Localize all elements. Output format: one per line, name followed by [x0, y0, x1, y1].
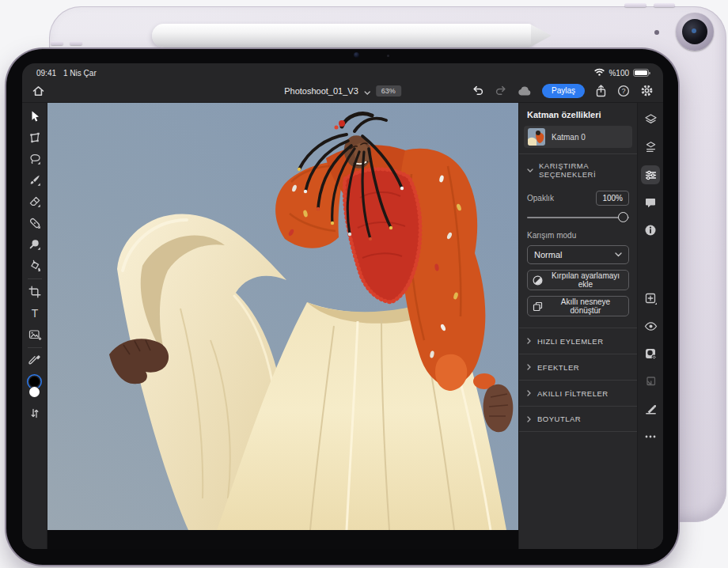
swap-colors[interactable] — [28, 406, 42, 420]
foreground-color[interactable] — [29, 377, 40, 387]
status-bar: 09:41 1 Nis Çar %100 — [22, 63, 663, 79]
layers-icon[interactable] — [641, 110, 660, 129]
visibility-icon[interactable] — [641, 316, 660, 335]
svg-text:T: T — [31, 307, 38, 320]
share-button[interactable]: Paylaş — [542, 84, 585, 98]
right-icon-strip — [637, 103, 663, 549]
marketing-scene: 09:41 1 Nis Çar %100 Photoshoot_01_V3 63… — [0, 0, 728, 568]
document-title[interactable]: Photoshoot_01_V3 — [284, 86, 358, 96]
healing-brush-tool[interactable] — [28, 216, 42, 230]
layer-name: Katman 0 — [552, 133, 586, 142]
chevron-down-icon — [615, 252, 622, 257]
blend-mode-label: Karışım modu — [527, 231, 629, 240]
export-icon[interactable] — [595, 85, 607, 97]
top-button — [624, 3, 646, 7]
eyedropper-tool[interactable] — [28, 354, 42, 368]
apple-pencil — [152, 24, 532, 47]
date: 1 Nis Çar — [63, 69, 97, 78]
section-smart-filters[interactable]: AKILLI FİLTRELER — [519, 380, 637, 406]
photo-layer — [47, 103, 518, 549]
volume-up-button — [51, 41, 63, 45]
add-clipped-adjustment-button[interactable]: Kırpılan ayarlamayı ekle — [527, 270, 629, 290]
undo-button[interactable] — [472, 85, 484, 97]
send-back-icon[interactable] — [641, 372, 660, 391]
opacity-slider[interactable] — [527, 211, 629, 224]
app-bar: Photoshoot_01_V3 63% Paylaş — [22, 79, 663, 103]
properties-icon[interactable] — [641, 165, 660, 184]
left-toolbar: T — [22, 103, 47, 549]
brush-tool[interactable] — [28, 173, 42, 187]
zoom-level-badge[interactable]: 63% — [376, 85, 401, 97]
toolbar-divider — [28, 278, 42, 279]
volume-down-button — [70, 41, 82, 45]
convert-smart-object-button[interactable]: Akıllı nesneye dönüştür — [527, 296, 629, 316]
move-tool[interactable] — [28, 109, 42, 123]
svg-text:?: ? — [621, 87, 625, 95]
blending-options-header[interactable]: KARIŞTIRMA SEÇENEKLERİ — [519, 153, 637, 186]
color-swatches — [28, 377, 42, 399]
layer-thumbnail — [528, 128, 545, 146]
place-photo-tool[interactable] — [28, 328, 42, 342]
clipping-mask-icon[interactable] — [641, 399, 660, 418]
more-options-icon[interactable] — [641, 427, 660, 446]
panel-title: Katman özellikleri — [519, 103, 637, 124]
comments-icon[interactable] — [641, 193, 660, 212]
chevron-right-icon — [527, 364, 531, 370]
canvas[interactable] — [47, 103, 518, 549]
document-title-group[interactable]: Photoshoot_01_V3 63% — [284, 84, 401, 98]
microphone-dot — [654, 30, 659, 35]
section-quick-actions[interactable]: HIZLI EYLEMLER — [519, 328, 637, 354]
workspace: T — [22, 103, 663, 549]
transform-tool[interactable] — [28, 131, 42, 145]
front-camera — [354, 52, 359, 58]
toolbar-divider — [28, 347, 42, 348]
eraser-tool[interactable] — [28, 195, 42, 209]
wifi-icon — [594, 68, 605, 78]
fill-tool[interactable] — [28, 259, 42, 273]
front-sensor — [387, 55, 389, 57]
chevron-down-icon — [527, 169, 533, 172]
lasso-tool[interactable] — [28, 152, 42, 166]
layer-stack-icon[interactable] — [641, 138, 660, 157]
section-effects[interactable]: EFEKTLER — [519, 354, 637, 380]
zoom-tool[interactable] — [28, 237, 42, 252]
redo-button[interactable] — [495, 85, 507, 97]
adjustment-icon — [533, 275, 543, 286]
opacity-value[interactable]: 100% — [596, 191, 629, 206]
smart-object-icon — [533, 301, 543, 312]
power-button — [654, 3, 675, 7]
add-layer-icon[interactable] — [641, 289, 660, 308]
info-icon[interactable] — [641, 221, 660, 240]
layer-mask-icon[interactable] — [641, 344, 660, 363]
rear-camera-lens — [676, 13, 714, 51]
clock: 09:41 — [36, 69, 56, 78]
crop-tool[interactable] — [28, 285, 42, 299]
photoshop-app: 09:41 1 Nis Çar %100 Photoshoot_01_V3 63… — [22, 63, 663, 549]
chevron-down-icon — [364, 84, 370, 98]
background-color[interactable] — [29, 387, 40, 397]
settings-gear-icon[interactable] — [640, 84, 654, 97]
layer-row[interactable]: Katman 0 — [524, 126, 632, 148]
blend-mode-dropdown[interactable]: Normal — [527, 245, 629, 264]
chevron-right-icon — [527, 416, 531, 422]
battery-percent: %100 — [609, 69, 629, 78]
layer-properties-panel: Katman özellikleri Katman 0 KARIŞTIRMA S… — [518, 103, 637, 549]
section-dimensions[interactable]: BOYUTLAR — [519, 406, 637, 432]
battery-icon — [633, 69, 649, 77]
home-button[interactable] — [32, 85, 45, 97]
type-tool[interactable]: T — [28, 306, 42, 320]
chevron-right-icon — [527, 338, 531, 344]
chevron-right-icon — [527, 390, 531, 396]
opacity-slider-handle[interactable] — [618, 212, 628, 222]
opacity-label: Opaklık — [527, 194, 554, 203]
help-button[interactable]: ? — [617, 85, 630, 97]
cloud-sync-icon[interactable] — [518, 85, 532, 97]
